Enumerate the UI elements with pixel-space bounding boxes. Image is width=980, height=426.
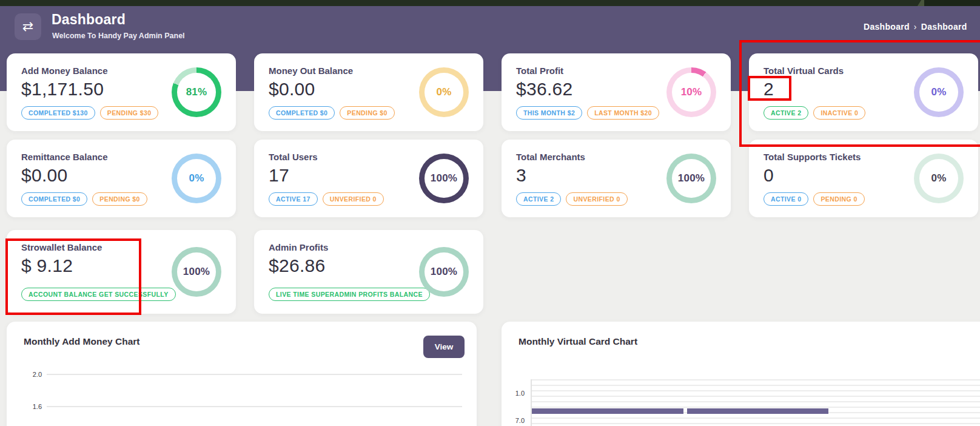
progress-donut: 100% xyxy=(419,247,469,297)
status-badge: ACTIVE 0 xyxy=(764,192,808,206)
sidebar-toggle-button[interactable]: ⇄ xyxy=(15,13,41,40)
status-badge: ACTIVE 2 xyxy=(764,106,808,120)
y-axis-tick: 2.0 xyxy=(24,371,42,378)
swap-arrows-icon: ⇄ xyxy=(22,19,33,35)
chart-title: Monthly Virtual Card Chart xyxy=(519,336,637,347)
status-badge: LAST MONTH $20 xyxy=(587,106,659,120)
status-badge: ACTIVE 17 xyxy=(269,192,318,206)
progress-donut: 81% xyxy=(172,67,221,117)
status-badge: ACTIVE 2 xyxy=(516,192,561,206)
progress-donut: 0% xyxy=(172,154,221,203)
donut-percent: 100% xyxy=(431,172,457,184)
page-subtitle: Welcome To Handy Pay Admin Panel xyxy=(52,32,185,40)
breadcrumb: Dashboard›Dashboard xyxy=(864,22,967,32)
monthly-add-money-chart-card: Monthly Add Money Chart View 2.0 1.6 xyxy=(7,322,477,426)
progress-donut: 0% xyxy=(419,67,469,117)
chevron-right-icon: › xyxy=(914,22,917,32)
top-strip-right xyxy=(924,0,980,6)
card-total-virtual-cards: Total Virtual Cards 2 ACTIVE 2 INACTIVE … xyxy=(749,53,978,131)
progress-donut: 0% xyxy=(914,67,964,117)
card-total-supports-tickets: Total Supports Tickets 0 ACTIVE 0 PENDIN… xyxy=(749,140,978,217)
gridline xyxy=(47,374,462,375)
status-badge: COMPLETED $0 xyxy=(21,192,87,206)
status-badge: ACCOUNT BALANCE GET SUCCESSFULLY xyxy=(21,288,176,301)
card-total-merchants: Total Merchants 3 ACTIVE 2 UNVERIFIED 0 … xyxy=(502,140,731,217)
status-badge: INACTIVE 0 xyxy=(813,106,865,120)
donut-percent: 81% xyxy=(186,86,207,98)
donut-percent: 100% xyxy=(431,266,457,278)
monthly-virtual-card-chart-card: Monthly Virtual Card Chart 1.0 7.0 xyxy=(502,322,980,426)
donut-percent: 100% xyxy=(183,266,210,278)
y-axis-tick: 7.0 xyxy=(506,417,525,424)
donut-percent: 0% xyxy=(931,86,947,98)
card-total-profit: Total Profit $36.62 THIS MONTH $2 LAST M… xyxy=(502,53,731,131)
status-badge: PENDING $30 xyxy=(100,106,159,120)
status-badge: COMPLETED $0 xyxy=(269,106,335,120)
y-axis-tick: 1.6 xyxy=(24,403,42,410)
dashboard-page: ⇄ Dashboard Welcome To Handy Pay Admin P… xyxy=(0,0,980,426)
breadcrumb-page[interactable]: Dashboard xyxy=(921,22,967,32)
status-badge: UNVERIFIED 0 xyxy=(566,192,627,206)
virtual-card-bar-segment xyxy=(687,408,828,414)
view-button[interactable]: View xyxy=(423,336,465,358)
progress-donut: 0% xyxy=(914,154,964,203)
status-badge: UNVERIFIED 0 xyxy=(323,192,384,206)
donut-percent: 0% xyxy=(931,172,947,184)
page-title: Dashboard xyxy=(52,12,126,28)
card-admin-profits: Admin Profits $26.86 LIVE TIME SUPERADMI… xyxy=(254,230,483,314)
progress-donut: 100% xyxy=(172,247,221,297)
card-add-money-balance: Add Money Balance $1,171.50 COMPLETED $1… xyxy=(7,53,236,131)
donut-percent: 0% xyxy=(437,86,452,98)
status-badge: PENDING $0 xyxy=(340,106,394,120)
donut-percent: 10% xyxy=(681,86,702,98)
breadcrumb-current[interactable]: Dashboard xyxy=(864,22,910,32)
card-total-users: Total Users 17 ACTIVE 17 UNVERIFIED 0 10… xyxy=(254,140,483,217)
window-top-strip xyxy=(0,0,980,6)
y-axis-tick: 1.0 xyxy=(506,390,525,397)
donut-percent: 0% xyxy=(189,172,204,184)
status-badge: COMPLETED $130 xyxy=(21,106,95,120)
status-badge: THIS MONTH $2 xyxy=(516,106,582,120)
status-badge: PENDING $0 xyxy=(92,192,147,206)
donut-percent: 100% xyxy=(678,172,705,184)
virtual-card-bar-segment xyxy=(532,408,683,414)
progress-donut: 10% xyxy=(666,67,716,117)
card-money-out-balance: Money Out Balance $0.00 COMPLETED $0 PEN… xyxy=(254,53,483,131)
chart-title: Monthly Add Money Chart xyxy=(24,336,139,347)
gridline xyxy=(47,406,462,407)
card-remittance-balance: Remittance Balance $0.00 COMPLETED $0 PE… xyxy=(7,140,236,217)
progress-donut: 100% xyxy=(666,154,716,203)
card-strowallet-balance: Strowallet Balance $ 9.12 ACCOUNT BALANC… xyxy=(7,230,236,314)
virtual-card-plot-area xyxy=(531,379,980,426)
status-badge: LIVE TIME SUPERADMIN PROFITS BALANCE xyxy=(269,288,430,301)
progress-donut: 100% xyxy=(419,154,469,203)
status-badge: PENDING 0 xyxy=(813,192,864,206)
